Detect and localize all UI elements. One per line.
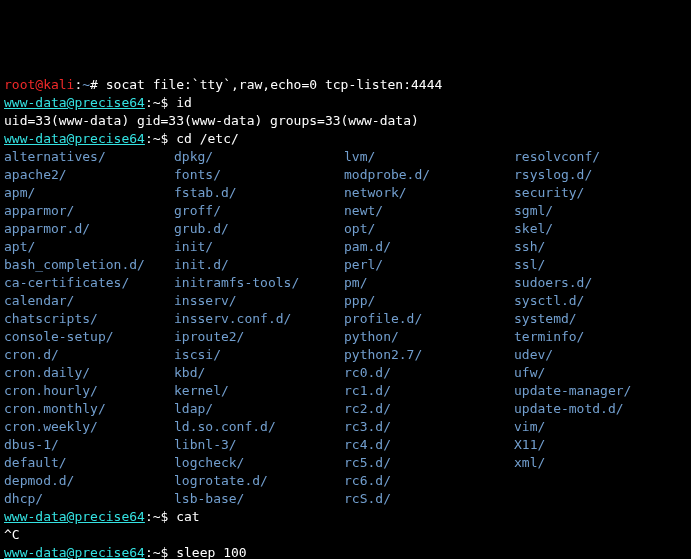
directory-entry: opt/ <box>344 220 514 238</box>
directory-entry: rc6.d/ <box>344 472 514 490</box>
directory-entry: insserv/ <box>174 292 344 310</box>
directory-listing: alternatives/dpkg/lvm/resolvconf/apache2… <box>4 148 687 508</box>
prompt-user: www-data@precise64 <box>4 95 145 110</box>
directory-entry: ppp/ <box>344 292 514 310</box>
directory-entry: ufw/ <box>514 364 687 382</box>
directory-entry: cron.weekly/ <box>4 418 174 436</box>
directory-entry: perl/ <box>344 256 514 274</box>
prompt-suffix: :~$ <box>145 545 176 559</box>
directory-entry: rc2.d/ <box>344 400 514 418</box>
command-text: sleep 100 <box>176 545 246 559</box>
prompt-hash: # <box>90 77 106 92</box>
directory-entry: ssl/ <box>514 256 687 274</box>
directory-entry: rc5.d/ <box>344 454 514 472</box>
directory-entry: rc1.d/ <box>344 382 514 400</box>
prompt-user: www-data@precise64 <box>4 545 145 559</box>
directory-entry: calendar/ <box>4 292 174 310</box>
directory-entry: lsb-base/ <box>174 490 344 508</box>
directory-entry: pm/ <box>344 274 514 292</box>
directory-entry: newt/ <box>344 202 514 220</box>
prompt-path: ~ <box>82 77 90 92</box>
directory-entry: rcS.d/ <box>344 490 514 508</box>
directory-entry: update-manager/ <box>514 382 687 400</box>
directory-entry: rc3.d/ <box>344 418 514 436</box>
directory-entry: fonts/ <box>174 166 344 184</box>
prompt-user: root@kali <box>4 77 74 92</box>
prompt-suffix: :~$ <box>145 95 176 110</box>
directory-entry: ldap/ <box>174 400 344 418</box>
directory-entry <box>514 472 687 490</box>
directory-entry: init.d/ <box>174 256 344 274</box>
directory-entry: kernel/ <box>174 382 344 400</box>
directory-entry: ld.so.conf.d/ <box>174 418 344 436</box>
directory-entry: dhcp/ <box>4 490 174 508</box>
directory-entry: sgml/ <box>514 202 687 220</box>
prompt-suffix: :~$ <box>145 509 176 524</box>
directory-entry: dbus-1/ <box>4 436 174 454</box>
directory-entry: security/ <box>514 184 687 202</box>
directory-entry: udev/ <box>514 346 687 364</box>
directory-entry: groff/ <box>174 202 344 220</box>
directory-entry: lvm/ <box>344 148 514 166</box>
directory-entry: insserv.conf.d/ <box>174 310 344 328</box>
directory-entry: chatscripts/ <box>4 310 174 328</box>
directory-entry: rc0.d/ <box>344 364 514 382</box>
directory-entry: update-motd.d/ <box>514 400 687 418</box>
directory-entry: libnl-3/ <box>174 436 344 454</box>
directory-entry: python2.7/ <box>344 346 514 364</box>
terminal-output: root@kali:~# socat file:`tty`,raw,echo=0… <box>4 76 687 559</box>
directory-entry: network/ <box>344 184 514 202</box>
directory-entry: apt/ <box>4 238 174 256</box>
directory-entry: depmod.d/ <box>4 472 174 490</box>
output-line: uid=33(www-data) gid=33(www-data) groups… <box>4 113 419 128</box>
directory-entry: vim/ <box>514 418 687 436</box>
command-text: cat <box>176 509 199 524</box>
directory-entry: systemd/ <box>514 310 687 328</box>
command-text: id <box>176 95 192 110</box>
directory-entry: cron.hourly/ <box>4 382 174 400</box>
directory-entry: X11/ <box>514 436 687 454</box>
directory-entry <box>514 490 687 508</box>
directory-entry: init/ <box>174 238 344 256</box>
directory-entry: resolvconf/ <box>514 148 687 166</box>
directory-entry: alternatives/ <box>4 148 174 166</box>
command-text: socat file:`tty`,raw,echo=0 tcp-listen:4… <box>106 77 443 92</box>
directory-entry: initramfs-tools/ <box>174 274 344 292</box>
prompt-suffix: :~$ <box>145 131 176 146</box>
directory-entry: grub.d/ <box>174 220 344 238</box>
directory-entry: default/ <box>4 454 174 472</box>
directory-entry: rc4.d/ <box>344 436 514 454</box>
directory-entry: logcheck/ <box>174 454 344 472</box>
directory-entry: skel/ <box>514 220 687 238</box>
directory-entry: dpkg/ <box>174 148 344 166</box>
directory-entry: iproute2/ <box>174 328 344 346</box>
directory-entry: kbd/ <box>174 364 344 382</box>
directory-entry: cron.daily/ <box>4 364 174 382</box>
directory-entry: iscsi/ <box>174 346 344 364</box>
directory-entry: xml/ <box>514 454 687 472</box>
directory-entry: modprobe.d/ <box>344 166 514 184</box>
directory-entry: apparmor.d/ <box>4 220 174 238</box>
directory-entry: ssh/ <box>514 238 687 256</box>
directory-entry: terminfo/ <box>514 328 687 346</box>
directory-entry: apache2/ <box>4 166 174 184</box>
directory-entry: logrotate.d/ <box>174 472 344 490</box>
prompt-user: www-data@precise64 <box>4 131 145 146</box>
directory-entry: rsyslog.d/ <box>514 166 687 184</box>
directory-entry: ca-certificates/ <box>4 274 174 292</box>
prompt-user: www-data@precise64 <box>4 509 145 524</box>
directory-entry: apparmor/ <box>4 202 174 220</box>
directory-entry: fstab.d/ <box>174 184 344 202</box>
directory-entry: profile.d/ <box>344 310 514 328</box>
directory-entry: sudoers.d/ <box>514 274 687 292</box>
command-text: cd /etc/ <box>176 131 239 146</box>
directory-entry: cron.d/ <box>4 346 174 364</box>
directory-entry: pam.d/ <box>344 238 514 256</box>
directory-entry: bash_completion.d/ <box>4 256 174 274</box>
directory-entry: console-setup/ <box>4 328 174 346</box>
directory-entry: python/ <box>344 328 514 346</box>
directory-entry: cron.monthly/ <box>4 400 174 418</box>
ctrl-c: ^C <box>4 527 20 542</box>
directory-entry: sysctl.d/ <box>514 292 687 310</box>
directory-entry: apm/ <box>4 184 174 202</box>
